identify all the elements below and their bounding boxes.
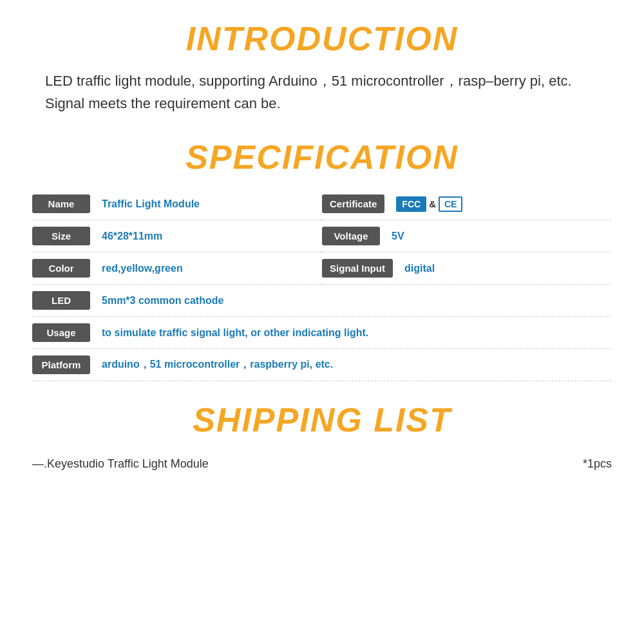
spec-label-size: Size <box>32 227 90 245</box>
spec-value-name: Traffic Light Module <box>102 198 322 210</box>
spec-label-cert: Certificate <box>322 194 384 213</box>
spec-value-led: 5mm*3 common cathode <box>102 295 612 307</box>
spec-row-color: Color red,yellow,green <box>32 252 322 285</box>
spec-value-size: 46*28*11mm <box>102 231 322 242</box>
spec-label-color: Color <box>32 259 90 278</box>
spec-value-signal: digital <box>404 263 612 274</box>
spec-value-platform: arduino，51 microcontroller，raspberry pi,… <box>102 358 612 372</box>
spec-row-size: Size 46*28*11mm <box>32 220 322 252</box>
spec-label-signal: Signal Input <box>322 259 393 278</box>
spec-value-usage: to simulate traffic signal light, or oth… <box>102 327 612 339</box>
intro-title: INTRODUCTION <box>26 19 618 58</box>
spec-value-voltage: 5V <box>392 231 612 242</box>
spec-section: SPECIFICATION Name Traffic Light Module … <box>26 138 618 381</box>
amp-text: & <box>429 198 436 209</box>
spec-label-led: LED <box>32 291 90 310</box>
spec-row-cert: Certificate FCC & CE <box>322 188 612 220</box>
spec-label-name: Name <box>32 194 90 213</box>
page: INTRODUCTION LED traffic light module, s… <box>0 0 644 644</box>
shipping-item-qty: *1pcs <box>583 457 612 471</box>
shipping-item-name: —.Keyestudio Traffic Light Module <box>32 457 209 471</box>
fcc-badge: FCC <box>396 196 426 212</box>
ce-badge: CE <box>439 196 462 212</box>
intro-text: LED traffic light module, supporting Ard… <box>26 70 618 115</box>
spec-value-color: red,yellow,green <box>102 263 322 274</box>
spec-title: SPECIFICATION <box>26 138 618 176</box>
spec-row-platform: Platform arduino，51 microcontroller，rasp… <box>32 349 612 381</box>
spec-row-name: Name Traffic Light Module <box>32 188 322 220</box>
spec-col-right: Certificate FCC & CE Voltage 5V Signal I… <box>322 188 612 285</box>
spec-two-col: Name Traffic Light Module Size 46*28*11m… <box>32 188 612 285</box>
spec-label-platform: Platform <box>32 355 90 374</box>
spec-row-usage: Usage to simulate traffic signal light, … <box>32 317 612 349</box>
spec-full-rows: LED 5mm*3 common cathode Usage to simula… <box>32 285 612 381</box>
intro-section: INTRODUCTION LED traffic light module, s… <box>26 19 618 115</box>
spec-row-signal: Signal Input digital <box>322 252 612 285</box>
spec-col-left: Name Traffic Light Module Size 46*28*11m… <box>32 188 322 285</box>
spec-label-usage: Usage <box>32 323 90 342</box>
cert-badges: FCC & CE <box>396 196 462 212</box>
shipping-title: SHIPPING LIST <box>26 401 618 439</box>
shipping-section: SHIPPING LIST —.Keyestudio Traffic Light… <box>26 401 618 471</box>
shipping-item: —.Keyestudio Traffic Light Module *1pcs <box>26 451 618 471</box>
spec-row-voltage: Voltage 5V <box>322 220 612 252</box>
spec-label-voltage: Voltage <box>322 227 380 245</box>
spec-row-led: LED 5mm*3 common cathode <box>32 285 612 317</box>
